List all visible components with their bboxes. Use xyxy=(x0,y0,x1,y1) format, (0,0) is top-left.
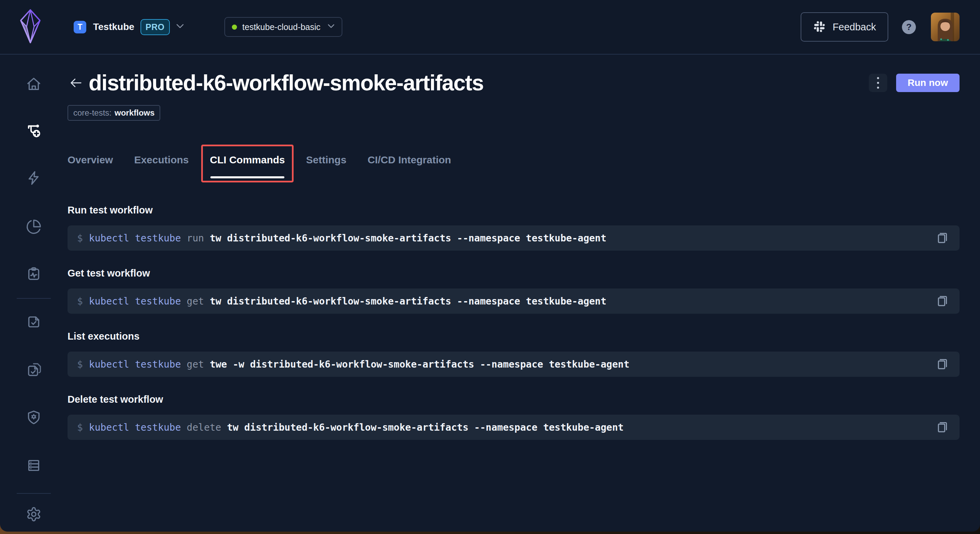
app-window: T Testkube PRO testkube-cloud-basic xyxy=(0,0,980,532)
environment-status-dot xyxy=(232,25,237,30)
label-value: workflows xyxy=(115,108,154,118)
tab-bar: Overview Executions CLI Commands Setting… xyxy=(67,145,959,183)
page-title: distributed-k6-workflow-smoke-artifacts xyxy=(89,70,484,95)
feedback-button[interactable]: Feedback xyxy=(801,12,888,41)
command-args: tw distributed-k6-workflow-smoke-artifac… xyxy=(210,296,606,307)
tab-settings[interactable]: Settings xyxy=(306,145,347,183)
test-workflow-add-icon xyxy=(25,122,42,140)
command-args: tw distributed-k6-workflow-smoke-artifac… xyxy=(210,232,606,244)
files-check-icon xyxy=(25,362,42,380)
settings-gear-icon xyxy=(26,506,41,523)
command-verb: get xyxy=(187,359,204,370)
more-actions-button[interactable] xyxy=(869,74,887,92)
sidebar-item-insights[interactable] xyxy=(24,218,43,237)
sidebar-item-tests[interactable] xyxy=(24,313,43,332)
command-verb: run xyxy=(187,232,204,244)
copy-icon xyxy=(935,357,949,372)
main-content: distributed-k6-workflow-smoke-artifacts … xyxy=(67,54,980,531)
command-args: twe -w distributed-k6-workflow-smoke-art… xyxy=(210,359,630,370)
section-heading: Run test workflow xyxy=(67,205,959,216)
cmd-section-list: List executions $ kubectl testkube get t… xyxy=(67,331,959,377)
server-rack-icon xyxy=(26,458,41,475)
copy-icon xyxy=(935,420,949,435)
user-avatar[interactable] xyxy=(931,13,959,41)
cli-commands-panel: Run test workflow $ kubectl testkube run… xyxy=(67,205,959,440)
tab-cli-commands[interactable]: CLI Commands xyxy=(210,145,285,183)
copy-icon xyxy=(935,231,949,246)
org-avatar: T xyxy=(74,21,86,33)
slack-icon xyxy=(813,20,826,34)
command-base: kubectl testkube xyxy=(89,296,181,307)
copy-button[interactable] xyxy=(934,230,950,246)
command-verb: get xyxy=(187,296,204,307)
org-name: Testkube xyxy=(93,21,134,32)
command-base: kubectl testkube xyxy=(89,422,181,433)
copy-button[interactable] xyxy=(934,293,950,309)
sidebar xyxy=(0,54,67,531)
shell-prompt: $ xyxy=(77,296,83,307)
feedback-label: Feedback xyxy=(833,21,876,33)
cmd-section-run: Run test workflow $ kubectl testkube run… xyxy=(67,205,959,251)
topbar: T Testkube PRO testkube-cloud-basic xyxy=(0,0,980,54)
sidebar-item-sources[interactable] xyxy=(24,456,43,476)
environment-name: testkube-cloud-basic xyxy=(242,22,327,32)
copy-icon xyxy=(935,294,949,308)
command-verb: delete xyxy=(187,422,221,433)
command-base: kubectl testkube xyxy=(89,359,181,370)
code-block: $ kubectl testkube get tw distributed-k6… xyxy=(67,288,959,314)
chevron-down-icon xyxy=(176,24,184,30)
sidebar-divider xyxy=(17,298,51,299)
clipboard-pulse-icon xyxy=(26,266,41,283)
code-block: $ kubectl testkube run tw distributed-k6… xyxy=(67,226,959,251)
section-heading: List executions xyxy=(67,331,959,342)
pie-chart-icon xyxy=(26,219,41,236)
cmd-section-delete: Delete test workflow $ kubectl testkube … xyxy=(67,394,959,440)
shell-prompt: $ xyxy=(77,232,83,244)
active-tab-underline xyxy=(210,176,284,178)
code-block: $ kubectl testkube get twe -w distribute… xyxy=(67,351,959,377)
tab-cli-commands-label: CLI Commands xyxy=(210,154,285,165)
shell-prompt: $ xyxy=(77,422,83,433)
sidebar-item-status[interactable] xyxy=(24,265,43,284)
file-check-icon xyxy=(26,314,41,331)
lightning-icon xyxy=(26,170,41,187)
environment-selector[interactable]: testkube-cloud-basic xyxy=(224,17,342,37)
help-button[interactable]: ? xyxy=(902,20,916,34)
chevron-down-icon xyxy=(327,24,335,30)
copy-button[interactable] xyxy=(934,420,950,435)
code-block: $ kubectl testkube delete tw distributed… xyxy=(67,415,959,440)
sidebar-item-triggers[interactable] xyxy=(24,169,43,188)
org-switcher[interactable]: T Testkube PRO xyxy=(74,19,184,35)
tab-cicd-integration[interactable]: CI/CD Integration xyxy=(368,145,451,183)
cmd-section-get: Get test workflow $ kubectl testkube get… xyxy=(67,268,959,314)
back-button[interactable] xyxy=(67,73,84,92)
sidebar-item-webhooks[interactable] xyxy=(24,408,43,428)
command-base: kubectl testkube xyxy=(89,232,181,244)
sidebar-divider xyxy=(17,493,51,494)
command-args: tw distributed-k6-workflow-smoke-artifac… xyxy=(227,422,624,433)
sidebar-item-test-suites[interactable] xyxy=(24,361,43,380)
testkube-logo-icon[interactable] xyxy=(20,9,41,45)
workflow-label-chip: core-tests: workflows xyxy=(67,105,160,121)
sidebar-item-home[interactable] xyxy=(24,75,43,94)
section-heading: Delete test workflow xyxy=(67,394,959,405)
shield-gear-icon xyxy=(26,410,41,427)
tab-overview[interactable]: Overview xyxy=(67,145,113,183)
copy-button[interactable] xyxy=(934,356,950,372)
plan-badge: PRO xyxy=(140,19,170,35)
sidebar-item-test-workflows[interactable] xyxy=(24,122,43,141)
shell-prompt: $ xyxy=(77,359,83,370)
label-key: core-tests: xyxy=(73,108,111,118)
run-now-button[interactable]: Run now xyxy=(896,74,959,92)
home-icon xyxy=(26,76,41,94)
tab-executions[interactable]: Executions xyxy=(134,145,189,183)
sidebar-item-settings[interactable] xyxy=(24,505,43,524)
section-heading: Get test workflow xyxy=(67,268,959,279)
